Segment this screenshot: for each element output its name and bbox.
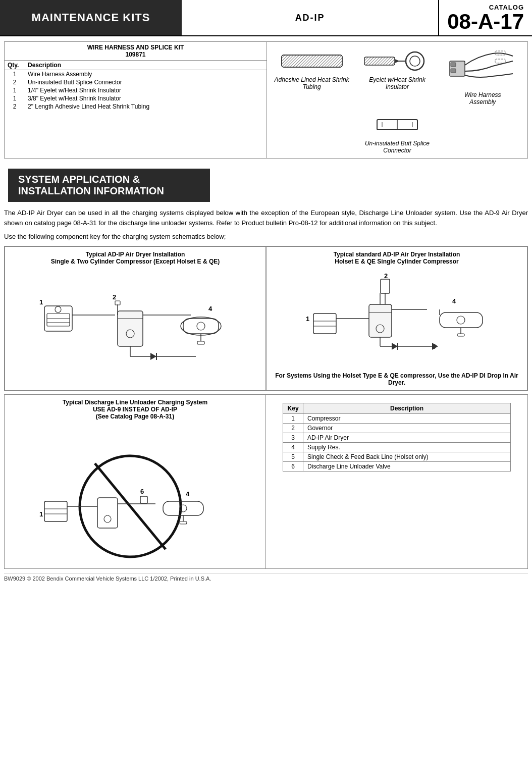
svg-text:6: 6 (140, 488, 144, 495)
bottom-left-svg: 1 6 4 (9, 423, 261, 564)
svg-marker-66 (392, 343, 398, 350)
bottom-right-cell: Key Description 1Compressor2Governor3AD-… (266, 395, 527, 568)
butt-splice-svg (362, 110, 433, 140)
wire-table-row: 2Un-insulated Butt Splice Connector (5, 78, 267, 86)
key-col-header: Key (283, 403, 303, 413)
key-desc-cell: Compressor (303, 413, 511, 423)
key-table-row: 1Compressor (283, 413, 511, 423)
svg-rect-29 (118, 311, 143, 346)
eyelet-label: Eyelet w/Heat ShrinkInsulator (369, 76, 425, 90)
svg-line-70 (95, 463, 166, 549)
diagrams-grid: Typical AD-IP Air Dryer Installation Sin… (4, 246, 528, 391)
svg-point-34 (181, 317, 221, 335)
diagram-top-right-note: For Systems Using the Holset Type E & QE… (271, 372, 523, 386)
footer: BW9029 © 2002 Bendix Commercial Vehicle … (4, 573, 528, 582)
wire-table-row: 11/4" Eyelet w/Heat Shrink Insulator (5, 86, 267, 94)
wire-qty-cell: 2 (5, 78, 25, 86)
catalog-id: AD-IP (182, 0, 438, 35)
svg-point-77 (104, 515, 111, 522)
diagram-top-right-title: Typical standard AD-IP Air Dryer Install… (271, 251, 523, 265)
svg-rect-44 (381, 279, 390, 293)
butt-splice-component: Un-insulated Butt SpliceConnector (357, 110, 438, 154)
svg-rect-1 (282, 55, 342, 67)
key-table-row: 2Governor (283, 423, 511, 433)
key-table-row: 5Single Check & Feed Back Line (Holset o… (283, 452, 511, 461)
body-text-1: The AD-IP Air Dryer can be used in all t… (4, 208, 528, 228)
eyelet-component: Eyelet w/Heat ShrinkInsulator (357, 46, 438, 90)
key-cell: 4 (283, 442, 303, 452)
system-section-wrapper: SYSTEM APPLICATION & INSTALLATION INFORM… (4, 164, 528, 206)
svg-rect-35 (183, 319, 219, 334)
wire-qty-cell: 1 (5, 94, 25, 102)
key-desc-cell: Single Check & Feed Back Line (Holset on… (303, 452, 511, 461)
key-desc-header: Description (303, 403, 511, 413)
butt-splice-label: Un-insulated Butt SpliceConnector (365, 140, 430, 154)
diagram-top-left-svg: 1 2 3 (9, 268, 261, 369)
svg-rect-13 (495, 59, 505, 63)
wire-harness-table: Qty. Description 1Wire Harness Assembly2… (5, 61, 267, 111)
svg-point-5 (406, 52, 424, 70)
wire-table-row: 13/8" Eyelet w/Heat Shrink Insulator (5, 94, 267, 102)
wire-table-row: 22" Length Adhesive Lined Heat Shrink Tu… (5, 102, 267, 111)
svg-rect-82 (163, 501, 203, 515)
key-table-row: 3AD-IP Air Dryer (283, 433, 511, 442)
svg-point-59 (457, 316, 465, 324)
svg-text:1: 1 (306, 315, 309, 323)
wire-desc-cell: Wire Harness Assembly (25, 70, 267, 79)
svg-text:4: 4 (186, 490, 190, 498)
wire-images-area: Adhesive Lined Heat Shrink Tubing (267, 42, 527, 158)
diagram-top-left: Typical AD-IP Air Dryer Installation Sin… (5, 246, 266, 391)
svg-rect-52 (369, 304, 392, 337)
key-cell: 3 (283, 433, 303, 442)
svg-rect-58 (440, 312, 483, 328)
wire-harness-label: Wire HarnessAssembly (464, 91, 501, 106)
key-cell: 2 (283, 423, 303, 433)
key-table: Key Description 1Compressor2Governor3AD-… (283, 403, 511, 472)
desc-header: Description (25, 61, 267, 70)
wire-table-row: 1Wire Harness Assembly (5, 70, 267, 79)
wire-harness-section: WIRE HARNESS AND SPLICE KIT 109871 Qty. … (4, 41, 528, 159)
diagram-top-left-title: Typical AD-IP Air Dryer Installation Sin… (9, 251, 261, 265)
svg-point-6 (410, 56, 420, 66)
main-title-text: MAINTENANCE KITS (32, 11, 150, 24)
qty-header: Qty. (5, 61, 25, 70)
svg-marker-41 (150, 353, 156, 360)
wire-desc-cell: 3/8" Eyelet w/Heat Shrink Insulator (25, 94, 267, 102)
wire-harness-svg (447, 46, 518, 91)
wire-table-title: WIRE HARNESS AND SPLICE KIT 109871 (5, 42, 267, 61)
svg-rect-27 (115, 301, 120, 305)
svg-text:4: 4 (452, 297, 456, 305)
svg-text:2: 2 (384, 272, 388, 280)
key-cell: 1 (283, 413, 303, 423)
heat-shrink-component: Adhesive Lined Heat Shrink Tubing (272, 46, 352, 90)
catalog-info: CATALOG 08-A-17 (438, 0, 532, 35)
wire-table-area: WIRE HARNESS AND SPLICE KIT 109871 Qty. … (5, 42, 267, 158)
catalog-number-text: 08-A-17 (447, 11, 524, 32)
footer-text: BW9029 © 2002 Bendix Commercial Vehicle … (4, 576, 211, 582)
svg-rect-76 (97, 498, 118, 528)
svg-rect-47 (313, 313, 336, 334)
key-cell: 5 (283, 452, 303, 461)
key-table-row: 4Supply Res. (283, 442, 511, 452)
svg-point-20 (55, 306, 61, 312)
svg-text:1: 1 (39, 298, 43, 306)
bottom-left-cell: Typical Discharge Line Unloader Charging… (5, 395, 266, 568)
svg-text:4: 4 (208, 305, 212, 312)
wire-harness-component: Wire HarnessAssembly (442, 46, 523, 106)
diagram-top-right: Typical standard AD-IP Air Dryer Install… (266, 246, 527, 391)
heat-shrink-label: Adhesive Lined Heat Shrink Tubing (272, 76, 352, 90)
heat-shrink-svg (277, 46, 347, 76)
svg-marker-8 (395, 59, 400, 63)
wire-desc-cell: 2" Length Adhesive Lined Heat Shrink Tub… (25, 102, 267, 111)
bottom-left-title: Typical Discharge Line Unloader Charging… (9, 399, 261, 420)
wire-desc-cell: Un-insulated Butt Splice Connector (25, 78, 267, 86)
eyelet-svg (362, 46, 433, 76)
svg-point-36 (197, 322, 205, 330)
key-desc-cell: AD-IP Air Dryer (303, 433, 511, 442)
svg-rect-4 (364, 57, 395, 65)
wire-desc-cell: 1/4" Eyelet w/Heat Shrink Insulator (25, 86, 267, 94)
svg-rect-62 (457, 334, 464, 336)
wire-qty-cell: 2 (5, 102, 25, 111)
svg-rect-38 (197, 341, 204, 344)
svg-rect-85 (180, 521, 187, 524)
